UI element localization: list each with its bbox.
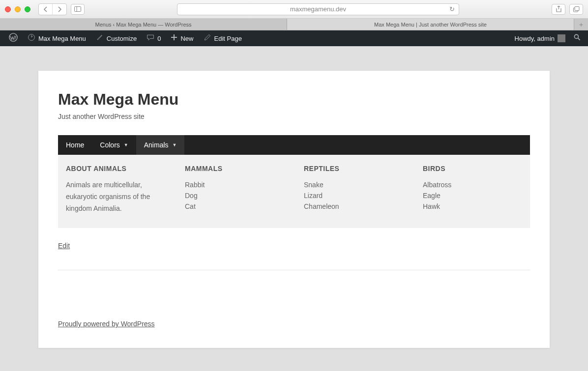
avatar [558,34,565,42]
new-content-menu[interactable]: New [166,30,198,46]
toolbar-right [552,4,583,15]
customize-label: Customize [107,35,137,42]
divider [58,270,530,270]
site-tagline: Just another WordPress site [58,113,530,120]
pencil-icon [204,33,211,43]
mega-heading: REPTILES [304,165,403,172]
mega-col-about: ABOUT ANIMALS Animals are multicellular,… [66,165,165,214]
edit-page-menu[interactable]: Edit Page [199,30,247,46]
site-name-label: Max Mega Menu [38,35,86,42]
reload-icon[interactable]: ↻ [449,5,455,13]
svg-rect-0 [75,7,81,12]
mega-heading: MAMMALS [185,165,284,172]
tabs-button[interactable] [569,4,583,15]
wp-admin-bar: Max Mega Menu Customize 0 New Edit Page [0,30,588,46]
mega-link[interactable]: Rabbit [185,179,284,190]
nav-item-colors[interactable]: Colors ▼ [92,135,136,155]
wp-bar-right: Howdy, admin [510,30,584,46]
forward-button[interactable] [53,4,66,15]
nav-item-animals[interactable]: Animals ▼ [136,135,185,155]
mega-text: Animals are multicellular, eukaryotic or… [66,179,165,214]
mega-link[interactable]: Hawk [423,201,522,212]
url-text: maxmegamenu.dev [290,5,346,13]
window-controls [5,6,30,12]
mega-link[interactable]: Dog [185,190,284,201]
new-tab-button[interactable]: + [574,19,588,30]
plus-icon [171,34,177,43]
share-button[interactable] [552,4,565,15]
wp-logo-menu[interactable] [4,30,23,46]
new-label: New [180,35,193,42]
svg-line-7 [578,38,580,40]
browser-tab-0[interactable]: Menus ‹ Max Mega Menu — WordPress [0,19,287,30]
sidebar-toggle-button[interactable] [71,4,85,15]
comments-menu[interactable]: 0 [142,30,166,46]
footer-credit-link[interactable]: Proudly powered by WordPress [58,320,155,328]
dashboard-icon [28,33,35,43]
browser-toolbar: maxmegamenu.dev ↻ [0,0,588,19]
search-toggle[interactable] [570,30,584,46]
minimize-window-button[interactable] [15,6,21,12]
mega-col-mammals: MAMMALS Rabbit Dog Cat [185,165,284,214]
account-menu[interactable]: Howdy, admin [510,30,570,46]
edit-page-label: Edit Page [214,35,242,42]
comment-icon [147,33,154,43]
nav-buttons-group [38,3,67,15]
nav-label: Animals [144,141,169,149]
chevron-down-icon: ▼ [124,143,128,147]
wp-bar-left: Max Mega Menu Customize 0 New Edit Page [4,30,247,46]
mega-col-reptiles: REPTILES Snake Lizard Chameleon [304,165,403,214]
mega-link[interactable]: Snake [304,179,403,190]
mega-link[interactable]: Chameleon [304,201,403,212]
tab-title: Max Mega Menu | Just another WordPress s… [374,22,487,28]
mega-link[interactable]: Cat [185,201,284,212]
nav-label: Home [66,141,84,149]
chevron-down-icon: ▼ [173,143,177,147]
mega-heading: BIRDS [423,165,522,172]
nav-label: Colors [100,141,119,149]
mega-heading: ABOUT ANIMALS [66,165,165,172]
howdy-label: Howdy, admin [515,35,555,42]
close-window-button[interactable] [5,6,11,12]
page-body: Max Mega Menu Just another WordPress sit… [0,46,588,371]
site-name-menu[interactable]: Max Mega Menu [23,30,91,46]
primary-nav: Home Colors ▼ Animals ▼ [58,135,530,155]
mega-link[interactable]: Lizard [304,190,403,201]
mega-link[interactable]: Eagle [423,190,522,201]
site-container: Max Mega Menu Just another WordPress sit… [38,71,550,348]
comments-count: 0 [157,35,161,42]
search-icon [573,33,581,43]
nav-item-home[interactable]: Home [58,135,92,155]
maximize-window-button[interactable] [25,6,30,12]
wordpress-icon [9,33,18,44]
edit-link[interactable]: Edit [58,242,70,250]
browser-tab-1[interactable]: Max Mega Menu | Just another WordPress s… [287,19,574,30]
svg-rect-3 [575,6,579,10]
mega-col-birds: BIRDS Albatross Eagle Hawk [423,165,522,214]
url-bar[interactable]: maxmegamenu.dev ↻ [177,3,459,15]
mega-link[interactable]: Albatross [423,179,522,190]
browser-tab-strip: Menus ‹ Max Mega Menu — WordPress Max Me… [0,19,588,30]
site-title[interactable]: Max Mega Menu [58,90,530,109]
tab-title: Menus ‹ Max Mega Menu — WordPress [95,22,191,28]
svg-point-6 [574,34,578,38]
mega-menu-panel: ABOUT ANIMALS Animals are multicellular,… [58,155,530,228]
customize-menu[interactable]: Customize [91,30,142,46]
back-button[interactable] [39,4,53,15]
brush-icon [96,33,104,43]
